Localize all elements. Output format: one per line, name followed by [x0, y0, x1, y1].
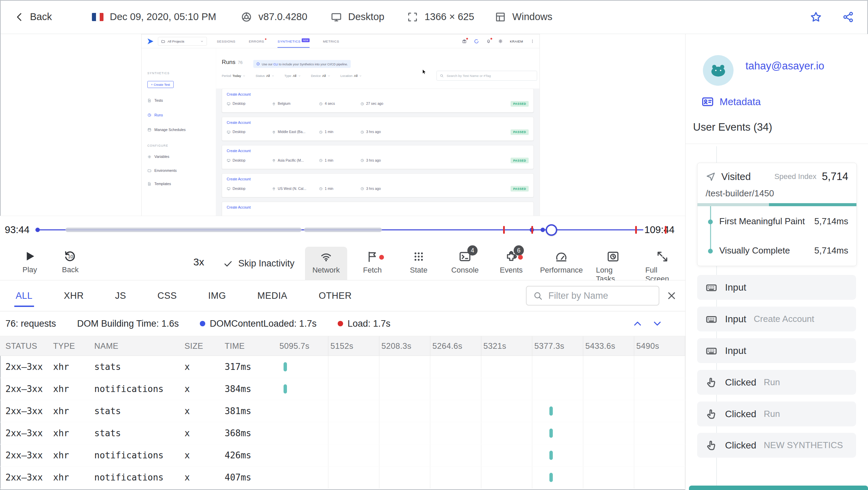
network-row[interactable]: 2xx–3xxxhrstatsx317ms [0, 356, 685, 378]
back-10-icon [63, 249, 77, 263]
nav-metrics: METRICS [323, 39, 339, 43]
runs-list: Create Account Desktop Belgium 4 secs 27… [222, 88, 534, 216]
metric-row: Visually Complete5,714ms [719, 245, 848, 256]
tab-all[interactable]: ALL [16, 291, 33, 301]
runs-filters: PeriodToday StatusAll TypeAll DeviceAll … [222, 74, 363, 77]
event-card-clicked[interactable]: ClickedRun [697, 370, 856, 395]
status-badge: PASSED [511, 129, 529, 135]
back-button[interactable]: Back [14, 11, 52, 23]
filter-period: PeriodToday [222, 74, 246, 77]
calendar-icon [147, 128, 151, 132]
filter-box [526, 286, 659, 306]
clock-icon [319, 102, 323, 105]
metadata-button[interactable]: Metadata [701, 95, 761, 108]
playhead-handle[interactable] [546, 224, 557, 236]
search-icon [440, 74, 444, 78]
network-row[interactable]: 2xx–3xxxhrnotificationsx426ms [0, 444, 685, 467]
run-name-link: Create Account [227, 92, 251, 96]
datetime-label: Dec 09, 2020, 05:10 PM [110, 11, 216, 22]
col-type: TYPE [53, 341, 94, 351]
project-selector-label: All Projects [167, 39, 184, 43]
event-dot[interactable] [541, 228, 545, 232]
run-name-link: Create Account [227, 121, 251, 125]
skip-segment [65, 228, 302, 232]
monitor-icon [227, 102, 230, 105]
keyboard-icon [705, 281, 718, 294]
event-card-input[interactable]: Input [697, 338, 856, 363]
variables-icon [147, 155, 151, 159]
sidebar-item-runs: Runs [147, 113, 163, 117]
clock-icon [147, 113, 151, 117]
favorite-star-icon[interactable] [809, 11, 822, 23]
network-row[interactable]: 2xx–3xxxhrnotificationsx407ms [0, 467, 685, 489]
recorded-app-main: Runs76 Use our CLI to include your Synth… [216, 48, 539, 216]
event-card-clicked[interactable]: ClickedRun [697, 402, 856, 426]
replay-viewport[interactable]: All Projects SESSIONS ERRORS SYNTHETICSN… [141, 34, 540, 216]
fetch-alert-dot [379, 255, 384, 260]
speed-toggle[interactable]: 3x [193, 256, 204, 268]
error-marker[interactable] [503, 226, 505, 234]
tab-js[interactable]: JS [115, 291, 126, 301]
doc-icon [147, 98, 151, 102]
status-badge: PASSED [511, 101, 529, 107]
tab-xhr[interactable]: XHR [64, 291, 84, 301]
network-row[interactable]: 2xx–3xxxhrstatsx381ms [0, 400, 685, 422]
network-row[interactable]: 2xx–3xxxhrnotificationsx384ms [0, 378, 685, 400]
error-marker[interactable] [665, 226, 666, 234]
share-icon[interactable] [842, 11, 854, 23]
next-event-card-peek[interactable] [689, 486, 868, 490]
os-info: Windows [495, 11, 552, 23]
visited-event-card[interactable]: Visited Speed Index 5,714 /test-builder/… [697, 163, 857, 266]
jump-down-icon[interactable] [652, 318, 663, 329]
play-button[interactable]: Play [22, 249, 37, 274]
back-10s-button[interactable]: Back [62, 249, 79, 274]
grid-icon [412, 250, 425, 263]
navigate-arrow-icon [706, 172, 716, 182]
session-replay-screen: Back Dec 09, 2020, 05:10 PM v87.0.4280 D… [0, 0, 868, 490]
tab-css[interactable]: CSS [158, 291, 177, 301]
network-row[interactable]: 2xx–3xxxhrstatsx368ms [0, 422, 685, 444]
chevron-left-icon [14, 11, 25, 23]
close-panel-icon[interactable] [666, 290, 677, 301]
requests-count: 76: requests [5, 318, 56, 329]
sidebar-item-templates: Templates [147, 182, 171, 186]
tab-other[interactable]: OTHER [319, 291, 352, 301]
settings-gear-icon [498, 39, 503, 44]
jump-up-icon[interactable] [632, 318, 643, 329]
filter-location: LocationAll [340, 74, 362, 77]
run-card-partial: Create Account [222, 202, 534, 216]
tab-media[interactable]: MEDIA [257, 291, 287, 301]
panel-divider [686, 144, 868, 144]
network-table-body: 2xx–3xxxhrstatsx317ms 2xx–3xxxhrnotifica… [0, 356, 685, 489]
create-test-button: + Create Test [147, 81, 174, 88]
event-card-input[interactable]: InputCreate Account [697, 307, 856, 331]
browser-icon [241, 11, 252, 23]
request-timing-bar [549, 407, 553, 416]
user-email: tahay@asayer.io [745, 60, 824, 72]
metric-row: First Meaningful Paint5,714ms [719, 216, 848, 227]
metric-dot [708, 249, 713, 254]
current-time-label: 93:44 [5, 224, 30, 235]
filter-status: StatusAll [256, 74, 274, 77]
run-name-link: Create Account [227, 149, 251, 153]
runs-count: 76 [238, 60, 242, 65]
folder-icon [161, 39, 165, 43]
error-marker[interactable] [635, 226, 637, 234]
event-card-clicked[interactable]: ClickedNEW SYNTHETICS [697, 433, 856, 458]
load-dot [338, 321, 343, 326]
load-time: Load: 1.7s [338, 318, 390, 329]
keyboard-icon [705, 345, 718, 357]
event-card-input[interactable]: Input [697, 275, 856, 300]
tab-img[interactable]: IMG [208, 291, 226, 301]
run-search-box [436, 71, 537, 81]
check-icon [223, 259, 233, 269]
timeline-track[interactable] [37, 229, 643, 231]
skip-inactivity-toggle[interactable]: Skip Inactivity [223, 258, 294, 269]
pin-icon [272, 130, 276, 134]
filter-by-name-input[interactable] [548, 290, 653, 301]
error-marker[interactable] [531, 226, 533, 234]
request-timing-bar [284, 362, 287, 372]
speed-index-label: Speed Index [774, 172, 817, 181]
resolution-label: 1366 × 625 [424, 11, 474, 22]
click-hand-icon [705, 439, 718, 452]
